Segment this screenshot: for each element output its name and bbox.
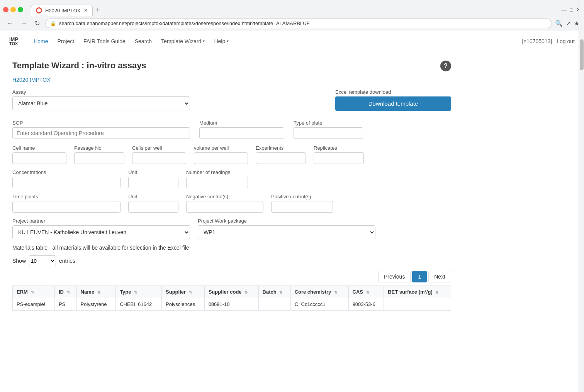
neg-ctrl-label: Negative control(s) [186, 194, 263, 199]
materials-table: ERM ⇅ ID ⇅ Name ⇅ Type ⇅ Supplier ⇅ Supp… [12, 286, 451, 311]
sort-supplier-icon: ⇅ [189, 290, 192, 294]
col-batch[interactable]: Batch ⇅ [258, 286, 290, 298]
help-btn[interactable]: ? [440, 61, 451, 71]
pos-ctrl-input[interactable]: PC [271, 201, 333, 213]
sop-input[interactable] [12, 127, 190, 139]
col-id[interactable]: ID ⇅ [54, 286, 76, 298]
logo-tox: TOX [9, 42, 18, 46]
replicates-input[interactable]: 2 [314, 152, 364, 164]
nav-search[interactable]: Search [135, 37, 152, 46]
partner-select[interactable]: KU LEUVEN - Katholieke Universiteit Leuv… [12, 225, 190, 239]
col-name[interactable]: Name ⇅ [76, 286, 116, 298]
assay-label: Assay [12, 89, 320, 95]
download-template-btn[interactable]: Download template [335, 96, 451, 111]
partner-label: Project partner [12, 218, 190, 224]
tab-title: H2020 IMPTOX [45, 8, 81, 14]
nav-refresh-btn[interactable]: ↻ [32, 18, 42, 29]
timepoints-label: Time points [12, 194, 121, 199]
tab-close-btn[interactable]: ✕ [84, 8, 88, 13]
win-restore-btn[interactable]: □ [570, 7, 573, 13]
wp-label: Project Work package [198, 218, 375, 224]
table-cell: 9003-53-6 [348, 298, 384, 311]
nav-right: [n10705013] Log out [522, 37, 575, 46]
passage-input[interactable]: 4 [74, 152, 124, 164]
assay-select[interactable]: Alamar Blue MTT LDH [12, 96, 190, 110]
medium-label: Medium [199, 120, 284, 126]
table-cell: 08691-10 [204, 298, 258, 311]
table-row: PS-example!PSPolystyreneCHEBI_61642Polys… [13, 298, 451, 311]
share-btn[interactable]: ↗ [566, 20, 571, 27]
table-controls: Show 10 25 50 entries [12, 255, 451, 266]
sort-name-icon: ⇅ [97, 290, 100, 294]
maximize-window-btn[interactable] [18, 7, 23, 12]
passage-label: Passage No [74, 145, 124, 151]
previous-btn[interactable]: Previous [378, 271, 411, 282]
plate-input[interactable]: 96-well [294, 127, 363, 139]
scrollbar[interactable] [579, 0, 584, 320]
conc-unit-input[interactable]: ug/cm2 [128, 177, 178, 188]
experiments-input[interactable]: 3 [256, 152, 306, 164]
cell-name-input[interactable]: A549 [12, 152, 66, 164]
timepoints-input[interactable]: 24 [12, 201, 121, 213]
col-bet[interactable]: BET surface (m²/g) ⇅ [384, 286, 451, 298]
nav-forward-btn[interactable]: → [19, 19, 29, 29]
chevron-down-icon: ▾ [203, 39, 205, 43]
nav-back-btn[interactable]: ← [5, 19, 15, 29]
sort-type-icon: ⇅ [134, 290, 137, 294]
minimize-window-btn[interactable] [10, 7, 16, 12]
table-cell: CHEBI_61642 [116, 298, 162, 311]
scrollbar-thumb[interactable] [580, 39, 584, 70]
sort-id-icon: ⇅ [67, 290, 70, 294]
table-cell [258, 298, 290, 311]
nav-home[interactable]: Home [34, 37, 48, 46]
next-btn[interactable]: Next [428, 271, 451, 282]
win-minimize-btn[interactable]: — [562, 7, 567, 13]
pos-ctrl-label: Positive control(s) [271, 194, 333, 199]
page-1-btn[interactable]: 1 [412, 271, 427, 282]
logo: IMP TOX [9, 37, 18, 46]
cells-per-well-label: Cells per well [132, 145, 186, 151]
time-unit-input[interactable]: h [128, 201, 178, 213]
neg-ctrl-input[interactable]: 0,NC2,SC [186, 201, 263, 213]
materials-table-title: Materials table - all materials will be … [12, 245, 451, 251]
sop-label: SOP [12, 120, 190, 126]
entries-select[interactable]: 10 25 50 [29, 255, 56, 266]
new-tab-btn[interactable]: + [94, 5, 102, 16]
close-window-btn[interactable] [3, 7, 8, 12]
logo-imp: IMP [9, 37, 18, 42]
plate-label: Type of plate [294, 120, 363, 126]
col-type[interactable]: Type ⇅ [116, 286, 162, 298]
wp-select[interactable]: WP1 WP2 WP3 [198, 225, 375, 239]
address-bar[interactable]: 🔒 search.data.enanomapper.net/projects/i… [45, 19, 552, 28]
table-cell: PS [54, 298, 76, 311]
project-name: H2020 IMPTOX [12, 77, 451, 83]
logout-link[interactable]: Log out [557, 37, 575, 46]
concentrations-input[interactable]: 0,1,2.5,10,25,50,100,SC,PC,NC2,INT_1,INT… [12, 177, 121, 188]
page-title: Template Wizard : in-vitro assays [12, 61, 146, 71]
col-core-chemistry[interactable]: Core chemistry ⇅ [290, 286, 348, 298]
col-supplier-code[interactable]: Supplier code ⇅ [204, 286, 258, 298]
browser-tab[interactable]: H2020 IMPTOX ✕ [31, 5, 93, 16]
zoom-btn[interactable]: 🔍 [555, 20, 563, 27]
volume-input[interactable]: 0.2 ml [194, 152, 248, 164]
nav-help[interactable]: Help ▾ [214, 38, 229, 44]
entries-label: entries [59, 258, 75, 264]
nav-template-wizard[interactable]: Template Wizard ▾ [161, 38, 205, 44]
sort-batch-icon: ⇅ [279, 290, 282, 294]
show-label: Show [12, 258, 26, 264]
sort-cas-icon: ⇅ [366, 290, 369, 294]
readings-input[interactable]: 4 [186, 177, 248, 188]
col-supplier[interactable]: Supplier ⇅ [162, 286, 205, 298]
medium-input[interactable]: DMEM + 9% FCS [199, 127, 284, 139]
tab-favicon [36, 7, 42, 14]
col-erm[interactable]: ERM ⇅ [13, 286, 55, 298]
conc-unit-label: Unit [128, 169, 178, 175]
sort-bet-icon: ⇅ [435, 290, 438, 294]
cells-per-well-input[interactable]: 10000 [132, 152, 186, 164]
table-cell [384, 298, 451, 311]
table-cell: Polysciences [162, 298, 205, 311]
nav-project[interactable]: Project [57, 37, 74, 46]
col-cas[interactable]: CAS ⇅ [348, 286, 384, 298]
time-unit-label: Unit [128, 194, 178, 199]
nav-fair-tools[interactable]: FAIR Tools Guide [83, 37, 126, 46]
